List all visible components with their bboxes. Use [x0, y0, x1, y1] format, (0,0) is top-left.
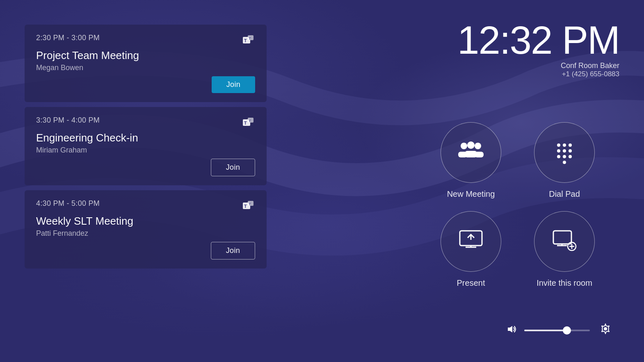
teams-icon-2: T T [242, 116, 255, 129]
time-section: 12:32 PM Conf Room Baker +1 (425) 655-08… [457, 20, 619, 78]
meeting-1-title: Project Team Meeting [36, 49, 255, 62]
dial-pad-action[interactable]: Dial Pad [534, 122, 595, 199]
meeting-3-title: Weekly SLT Meeting [36, 215, 255, 228]
svg-point-22 [563, 149, 566, 153]
meeting-2-organizer: Miriam Graham [36, 146, 255, 155]
meeting-card-1: 2:30 PM - 3:00 PM T T Project Team Meeti… [25, 25, 267, 102]
invite-room-action[interactable]: Invite this room [534, 211, 595, 288]
meeting-card-1-top: 2:30 PM - 3:00 PM T T [36, 34, 255, 47]
meeting-1-join-button[interactable]: Join [212, 76, 255, 93]
meeting-2-join-button[interactable]: Join [211, 159, 255, 176]
teams-icon-3: T T [242, 199, 255, 212]
volume-icon [506, 324, 518, 337]
present-circle [441, 211, 501, 272]
svg-point-23 [569, 149, 572, 153]
svg-point-19 [563, 143, 566, 147]
meeting-3-organizer: Patti Fernandez [36, 229, 255, 238]
present-label: Present [457, 278, 485, 288]
svg-point-18 [557, 143, 560, 147]
svg-rect-17 [475, 152, 484, 157]
teams-icon-1: T T [242, 34, 255, 47]
meeting-card-2: 3:30 PM - 4:00 PM T T Engineering Check-… [25, 107, 267, 185]
volume-slider-track[interactable] [524, 330, 590, 331]
svg-point-26 [569, 155, 572, 158]
svg-text:T: T [249, 36, 251, 41]
meeting-card-3: 4:30 PM - 5:00 PM T T Weekly SLT Meeting… [25, 190, 267, 269]
svg-point-14 [475, 143, 481, 149]
svg-rect-32 [553, 231, 571, 244]
svg-point-13 [467, 141, 475, 149]
settings-icon[interactable] [600, 323, 611, 337]
volume-bar [506, 323, 611, 342]
meeting-2-time: 3:30 PM - 4:00 PM [36, 116, 100, 125]
svg-marker-38 [508, 326, 512, 332]
dial-pad-circle [534, 122, 595, 183]
room-name: Conf Room Baker [457, 61, 619, 70]
new-meeting-label: New Meeting [447, 189, 495, 199]
right-panel: 12:32 PM Conf Room Baker +1 (425) 655-08… [291, 25, 619, 342]
svg-point-21 [557, 149, 560, 153]
svg-point-24 [557, 155, 560, 158]
svg-point-39 [604, 327, 607, 330]
svg-point-27 [563, 161, 566, 164]
meeting-3-actions: Join [36, 242, 255, 260]
meeting-2-title: Engineering Check-in [36, 132, 255, 144]
meeting-1-actions: Join [36, 76, 255, 93]
meeting-3-time: 4:30 PM - 5:00 PM [36, 199, 100, 208]
invite-room-label: Invite this room [537, 278, 592, 288]
clock-display: 12:32 PM [457, 20, 619, 60]
meeting-3-join-button[interactable]: Join [211, 242, 255, 260]
meetings-panel: 2:30 PM - 3:00 PM T T Project Team Meeti… [25, 25, 267, 342]
svg-text:T: T [244, 121, 247, 125]
meeting-1-time: 2:30 PM - 3:00 PM [36, 34, 100, 42]
svg-text:T: T [249, 119, 251, 123]
svg-text:T: T [244, 204, 247, 209]
volume-slider-fill [524, 330, 567, 331]
svg-point-12 [461, 143, 467, 149]
invite-room-circle [534, 211, 595, 272]
actions-grid: New Meeting [441, 95, 595, 315]
svg-point-20 [569, 143, 572, 147]
dial-pad-label: Dial Pad [549, 189, 580, 199]
volume-slider-thumb[interactable] [563, 326, 571, 335]
svg-point-25 [563, 155, 566, 158]
svg-text:T: T [249, 202, 251, 206]
present-action[interactable]: Present [441, 211, 501, 288]
meeting-1-organizer: Megan Bowen [36, 64, 255, 72]
new-meeting-circle [441, 122, 501, 183]
meeting-card-3-top: 4:30 PM - 5:00 PM T T [36, 199, 255, 212]
meeting-card-2-top: 3:30 PM - 4:00 PM T T [36, 116, 255, 129]
room-phone: +1 (425) 655-0883 [457, 70, 619, 78]
meeting-2-actions: Join [36, 159, 255, 176]
svg-text:T: T [244, 38, 247, 43]
new-meeting-action[interactable]: New Meeting [441, 122, 501, 199]
